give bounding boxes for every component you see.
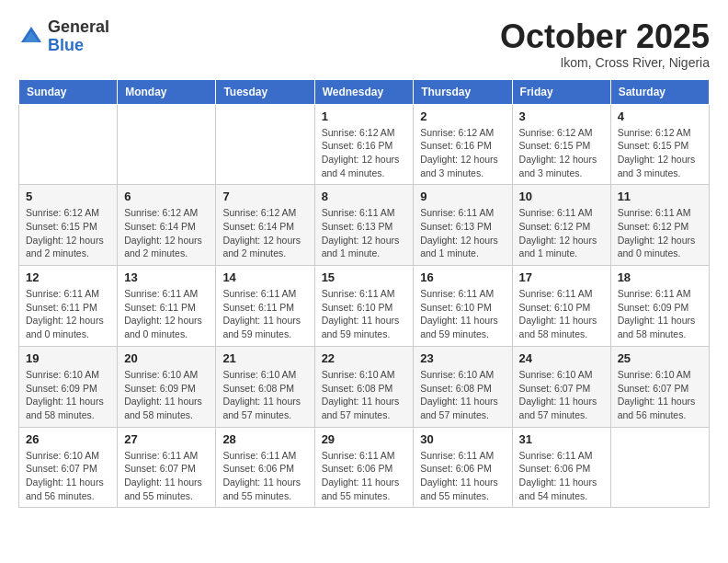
logo: General Blue — [18, 18, 109, 55]
day-number: 7 — [222, 190, 307, 203]
calendar-day-cell: 20Sunrise: 6:10 AMSunset: 6:09 PMDayligh… — [118, 346, 216, 427]
day-info: Sunrise: 6:11 AMSunset: 6:11 PMDaylight:… — [222, 287, 307, 341]
day-info: Sunrise: 6:11 AMSunset: 6:07 PMDaylight:… — [124, 449, 209, 503]
day-number: 8 — [322, 190, 407, 203]
calendar-day-cell: 19Sunrise: 6:10 AMSunset: 6:09 PMDayligh… — [19, 346, 118, 427]
day-number: 26 — [26, 432, 110, 446]
calendar-day-cell: 23Sunrise: 6:10 AMSunset: 6:08 PMDayligh… — [414, 346, 512, 427]
day-info: Sunrise: 6:11 AMSunset: 6:12 PMDaylight:… — [519, 206, 604, 260]
day-info: Sunrise: 6:12 AMSunset: 6:15 PMDaylight:… — [618, 126, 702, 180]
day-number: 11 — [618, 190, 702, 203]
page-header: General Blue October 2025 Ikom, Cross Ri… — [18, 18, 710, 70]
day-number: 31 — [519, 432, 604, 446]
calendar-day-cell: 31Sunrise: 6:11 AMSunset: 6:06 PMDayligh… — [512, 427, 610, 508]
calendar-day-cell: 10Sunrise: 6:11 AMSunset: 6:12 PMDayligh… — [512, 185, 610, 266]
day-info: Sunrise: 6:11 AMSunset: 6:10 PMDaylight:… — [322, 287, 407, 341]
calendar-day-cell: 28Sunrise: 6:11 AMSunset: 6:06 PMDayligh… — [216, 427, 314, 508]
day-number: 13 — [124, 270, 209, 284]
day-number: 25 — [618, 351, 702, 365]
day-number: 23 — [420, 351, 505, 365]
day-info: Sunrise: 6:12 AMSunset: 6:14 PMDaylight:… — [124, 206, 209, 260]
calendar-empty-cell — [610, 427, 709, 508]
day-number: 6 — [124, 190, 209, 203]
day-info: Sunrise: 6:12 AMSunset: 6:15 PMDaylight:… — [519, 126, 604, 180]
calendar-day-cell: 21Sunrise: 6:10 AMSunset: 6:08 PMDayligh… — [216, 346, 314, 427]
logo-icon — [18, 24, 44, 50]
day-info: Sunrise: 6:12 AMSunset: 6:14 PMDaylight:… — [222, 206, 307, 260]
day-info: Sunrise: 6:10 AMSunset: 6:08 PMDaylight:… — [222, 368, 307, 422]
day-number: 18 — [618, 270, 702, 284]
weekday-header-thursday: Thursday — [414, 79, 512, 104]
calendar-week-row: 12Sunrise: 6:11 AMSunset: 6:11 PMDayligh… — [19, 266, 710, 347]
day-info: Sunrise: 6:11 AMSunset: 6:11 PMDaylight:… — [26, 287, 110, 341]
calendar-day-cell: 29Sunrise: 6:11 AMSunset: 6:06 PMDayligh… — [314, 427, 414, 508]
day-info: Sunrise: 6:12 AMSunset: 6:16 PMDaylight:… — [322, 126, 407, 180]
day-info: Sunrise: 6:11 AMSunset: 6:06 PMDaylight:… — [222, 449, 307, 503]
day-info: Sunrise: 6:11 AMSunset: 6:06 PMDaylight:… — [420, 449, 505, 503]
day-number: 29 — [322, 432, 407, 446]
logo-blue-text: Blue — [48, 36, 84, 54]
weekday-header-saturday: Saturday — [610, 79, 709, 104]
day-info: Sunrise: 6:11 AMSunset: 6:12 PMDaylight:… — [618, 206, 702, 260]
weekday-header-row: SundayMondayTuesdayWednesdayThursdayFrid… — [19, 79, 710, 104]
calendar-week-row: 1Sunrise: 6:12 AMSunset: 6:16 PMDaylight… — [19, 104, 710, 185]
day-info: Sunrise: 6:10 AMSunset: 6:09 PMDaylight:… — [124, 368, 209, 422]
calendar-week-row: 5Sunrise: 6:12 AMSunset: 6:15 PMDaylight… — [19, 185, 710, 266]
calendar-day-cell: 30Sunrise: 6:11 AMSunset: 6:06 PMDayligh… — [414, 427, 512, 508]
weekday-header-friday: Friday — [512, 79, 610, 104]
day-info: Sunrise: 6:10 AMSunset: 6:07 PMDaylight:… — [618, 368, 702, 422]
day-info: Sunrise: 6:11 AMSunset: 6:09 PMDaylight:… — [618, 287, 702, 341]
calendar-table: SundayMondayTuesdayWednesdayThursdayFrid… — [18, 79, 710, 509]
day-info: Sunrise: 6:11 AMSunset: 6:11 PMDaylight:… — [124, 287, 209, 341]
day-number: 24 — [519, 351, 604, 365]
calendar-day-cell: 17Sunrise: 6:11 AMSunset: 6:10 PMDayligh… — [512, 266, 610, 347]
day-info: Sunrise: 6:11 AMSunset: 6:10 PMDaylight:… — [420, 287, 505, 341]
calendar-day-cell: 9Sunrise: 6:11 AMSunset: 6:13 PMDaylight… — [414, 185, 512, 266]
day-number: 15 — [322, 270, 407, 284]
location-subtitle: Ikom, Cross River, Nigeria — [500, 55, 710, 70]
calendar-day-cell: 24Sunrise: 6:10 AMSunset: 6:07 PMDayligh… — [512, 346, 610, 427]
day-info: Sunrise: 6:11 AMSunset: 6:13 PMDaylight:… — [322, 206, 407, 260]
calendar-day-cell: 27Sunrise: 6:11 AMSunset: 6:07 PMDayligh… — [118, 427, 216, 508]
calendar-day-cell: 4Sunrise: 6:12 AMSunset: 6:15 PMDaylight… — [610, 104, 709, 185]
day-info: Sunrise: 6:10 AMSunset: 6:09 PMDaylight:… — [26, 368, 110, 422]
calendar-day-cell: 1Sunrise: 6:12 AMSunset: 6:16 PMDaylight… — [314, 104, 414, 185]
day-number: 28 — [222, 432, 307, 446]
weekday-header-monday: Monday — [118, 79, 216, 104]
day-number: 22 — [322, 351, 407, 365]
calendar-week-row: 19Sunrise: 6:10 AMSunset: 6:09 PMDayligh… — [19, 346, 710, 427]
weekday-header-tuesday: Tuesday — [216, 79, 314, 104]
logo-general-text: General — [48, 17, 109, 36]
day-number: 17 — [519, 270, 604, 284]
calendar-day-cell: 7Sunrise: 6:12 AMSunset: 6:14 PMDaylight… — [216, 185, 314, 266]
day-number: 3 — [519, 109, 604, 123]
weekday-header-sunday: Sunday — [19, 79, 118, 104]
calendar-day-cell: 3Sunrise: 6:12 AMSunset: 6:15 PMDaylight… — [512, 104, 610, 185]
day-info: Sunrise: 6:11 AMSunset: 6:06 PMDaylight:… — [322, 449, 407, 503]
calendar-day-cell: 8Sunrise: 6:11 AMSunset: 6:13 PMDaylight… — [314, 185, 414, 266]
day-number: 21 — [222, 351, 307, 365]
calendar-day-cell: 16Sunrise: 6:11 AMSunset: 6:10 PMDayligh… — [414, 266, 512, 347]
calendar-day-cell: 25Sunrise: 6:10 AMSunset: 6:07 PMDayligh… — [610, 346, 709, 427]
calendar-day-cell: 12Sunrise: 6:11 AMSunset: 6:11 PMDayligh… — [19, 266, 118, 347]
day-number: 14 — [222, 270, 307, 284]
day-number: 5 — [26, 190, 110, 203]
day-info: Sunrise: 6:10 AMSunset: 6:08 PMDaylight:… — [322, 368, 407, 422]
day-number: 30 — [420, 432, 505, 446]
calendar-day-cell: 22Sunrise: 6:10 AMSunset: 6:08 PMDayligh… — [314, 346, 414, 427]
calendar-empty-cell — [216, 104, 314, 185]
weekday-header-wednesday: Wednesday — [314, 79, 414, 104]
calendar-empty-cell — [19, 104, 118, 185]
day-number: 4 — [618, 109, 702, 123]
day-info: Sunrise: 6:11 AMSunset: 6:06 PMDaylight:… — [519, 449, 604, 503]
day-info: Sunrise: 6:10 AMSunset: 6:08 PMDaylight:… — [420, 368, 505, 422]
day-number: 20 — [124, 351, 209, 365]
calendar-day-cell: 26Sunrise: 6:10 AMSunset: 6:07 PMDayligh… — [19, 427, 118, 508]
day-number: 1 — [322, 109, 407, 123]
day-number: 9 — [420, 190, 505, 203]
day-info: Sunrise: 6:12 AMSunset: 6:15 PMDaylight:… — [26, 206, 110, 260]
calendar-day-cell: 5Sunrise: 6:12 AMSunset: 6:15 PMDaylight… — [19, 185, 118, 266]
calendar-day-cell: 18Sunrise: 6:11 AMSunset: 6:09 PMDayligh… — [610, 266, 709, 347]
calendar-day-cell: 2Sunrise: 6:12 AMSunset: 6:16 PMDaylight… — [414, 104, 512, 185]
day-number: 27 — [124, 432, 209, 446]
